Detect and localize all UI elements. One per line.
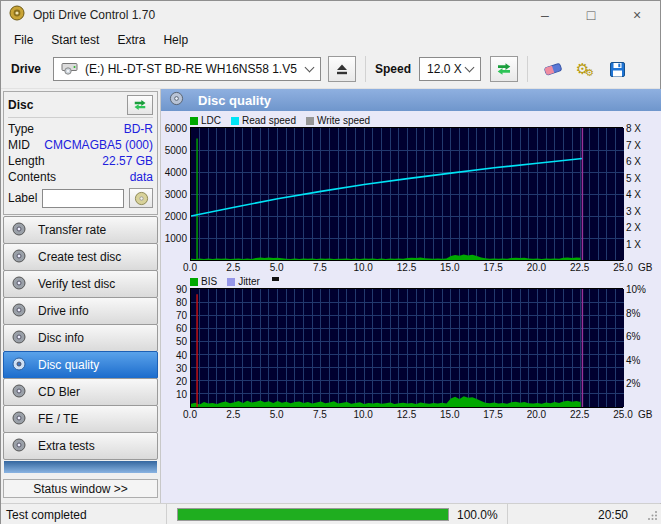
- sidebar-item-label: Create test disc: [38, 250, 121, 264]
- y-axis-left: 600050004000300020001000: [161, 127, 190, 261]
- erase-disc-button[interactable]: [537, 56, 569, 82]
- chevron-down-icon: [305, 63, 315, 73]
- menu-item-help[interactable]: Help: [154, 31, 197, 49]
- disc-field-value: BD-R: [124, 122, 153, 136]
- gear-icon: ⚙: [585, 68, 594, 78]
- disc-field-mid: MIDCMCMAGBA5 (000): [8, 137, 153, 153]
- y-axis-right: 10%8%6%4%2%: [623, 288, 661, 408]
- sidebar-item-drive-info[interactable]: Drive info: [3, 297, 158, 325]
- x-axis-tick: 17.5: [483, 409, 502, 420]
- x-axis-tick: 10.0: [353, 262, 372, 273]
- chart-legend: LDCRead speedWrite speed: [190, 114, 623, 127]
- eject-button[interactable]: [328, 56, 356, 82]
- x-axis-tick: 2.5: [226, 262, 240, 273]
- disc-field-contents: Contentsdata: [8, 169, 153, 185]
- sidebar-item-fe-te[interactable]: FE / TE: [3, 405, 158, 433]
- y-axis-tick: 2000: [165, 211, 187, 222]
- disc-quality-icon: [169, 91, 184, 110]
- disc-icon: [11, 356, 27, 375]
- maximize-button[interactable]: □: [568, 1, 614, 29]
- status-window-button[interactable]: Status window >>: [3, 479, 158, 498]
- disc-field-label: Length: [8, 154, 45, 168]
- y-axis-tick: 70: [176, 310, 187, 321]
- y-axis-tick: 3 X: [626, 206, 641, 217]
- write-label-button[interactable]: [129, 188, 153, 208]
- sidebar-item-label: Disc info: [38, 331, 84, 345]
- drive-value: (E:) HL-DT-ST BD-RE WH16NS58 1.V5: [85, 62, 297, 76]
- disc-icon: [11, 248, 27, 267]
- disc-field-label: Contents: [8, 170, 56, 184]
- sidebar-item-extra-tests[interactable]: Extra tests: [3, 432, 158, 460]
- sidebar-item-create-test-disc[interactable]: Create test disc: [3, 243, 158, 271]
- drive-select[interactable]: (E:) HL-DT-ST BD-RE WH16NS58 1.V5: [53, 57, 321, 81]
- eraser-icon: [543, 61, 563, 77]
- resize-grip-icon[interactable]: [648, 509, 658, 523]
- cd-icon: [134, 191, 149, 206]
- sidebar-item-cd-bler[interactable]: CD Bler: [3, 378, 158, 406]
- toolbar-separator: [365, 56, 366, 82]
- left-panel: Disc TypeBD-RMIDCMCMAGBA5 (000)Length22.…: [1, 89, 161, 503]
- app-icon: [9, 5, 25, 25]
- menu-item-file[interactable]: File: [5, 31, 42, 49]
- y-axis-tick: 2%: [626, 378, 640, 389]
- refresh-disc-button[interactable]: [127, 95, 153, 115]
- y-axis-tick: 1000: [165, 233, 187, 244]
- settings-button[interactable]: ⚙⚙: [569, 56, 601, 82]
- minimize-button[interactable]: –: [522, 1, 568, 29]
- save-button[interactable]: [601, 56, 633, 82]
- y-axis-left: 908070605040302010: [161, 288, 190, 408]
- y-axis-right: 8 X7 X6 X5 X4 X3 X2 X1 X: [623, 127, 661, 261]
- sidebar-item-disc-quality[interactable]: Disc quality: [3, 351, 158, 379]
- x-axis-tick: 7.5: [313, 262, 327, 273]
- disc-field-value: CMCMAGBA5 (000): [44, 138, 153, 152]
- disc-label-input[interactable]: [42, 189, 124, 208]
- bis-jitter-chart: BISJitter 908070605040302010 10%8%6%4%2%…: [161, 275, 661, 422]
- speed-select[interactable]: 12.0 X: [419, 57, 481, 81]
- x-axis-tick: 5.0: [270, 262, 284, 273]
- legend-bis: BIS: [190, 276, 217, 287]
- y-axis-tick: 7 X: [626, 140, 641, 151]
- sidebar-accent-strip: [4, 461, 157, 473]
- y-axis-tick: 2 X: [626, 222, 641, 233]
- disc-icon: [11, 437, 27, 456]
- x-axis-tick: 22.5: [570, 409, 589, 420]
- sidebar-item-label: FE / TE: [38, 412, 78, 426]
- disc-field-type: TypeBD-R: [8, 121, 153, 137]
- speed-value: 12.0 X: [427, 62, 462, 76]
- elapsed-time: 20:50: [598, 508, 628, 522]
- sidebar-item-label: Transfer rate: [38, 223, 106, 237]
- refresh-icon: [133, 98, 147, 112]
- x-axis-unit: GB: [638, 409, 652, 420]
- menu-item-start-test[interactable]: Start test: [42, 31, 108, 49]
- disc-icon: [11, 383, 27, 402]
- y-axis-tick: 60: [176, 323, 187, 334]
- menu-bar: FileStart testExtraHelp: [1, 29, 660, 50]
- sidebar-item-label: Extra tests: [38, 439, 95, 453]
- y-axis-tick: 6000: [165, 123, 187, 134]
- sidebar-item-label: Drive info: [38, 304, 89, 318]
- y-axis-tick: 4000: [165, 167, 187, 178]
- x-axis-tick: 10.0: [353, 409, 372, 420]
- close-button[interactable]: ×: [614, 1, 660, 29]
- legend-jitter: Jitter: [227, 276, 260, 287]
- main-area: Disc quality LDCRead speedWrite speed 60…: [161, 89, 661, 503]
- sidebar-item-transfer-rate[interactable]: Transfer rate: [3, 216, 158, 244]
- sidebar: Transfer rateCreate test discVerify test…: [3, 216, 158, 460]
- disc-label-label: Label: [8, 191, 37, 205]
- divider: [8, 117, 153, 118]
- disc-panel-title: Disc: [8, 98, 33, 112]
- sidebar-item-disc-info[interactable]: Disc info: [3, 324, 158, 352]
- sidebar-item-verify-test-disc[interactable]: Verify test disc: [3, 270, 158, 298]
- sidebar-item-label: CD Bler: [38, 385, 80, 399]
- chart-plot: [190, 288, 623, 408]
- disc-icon: [11, 221, 27, 240]
- disc-field-length: Length22.57 GB: [8, 153, 153, 169]
- refresh-speeds-button[interactable]: [490, 56, 518, 82]
- y-axis-tick: 8%: [626, 308, 640, 319]
- chevron-down-icon: [465, 63, 475, 73]
- toolbar: Drive (E:) HL-DT-ST BD-RE WH16NS58 1.V5 …: [1, 50, 660, 89]
- drive-icon: [61, 60, 79, 78]
- disc-icon: [11, 410, 27, 429]
- sidebar-item-label: Verify test disc: [38, 277, 115, 291]
- menu-item-extra[interactable]: Extra: [108, 31, 154, 49]
